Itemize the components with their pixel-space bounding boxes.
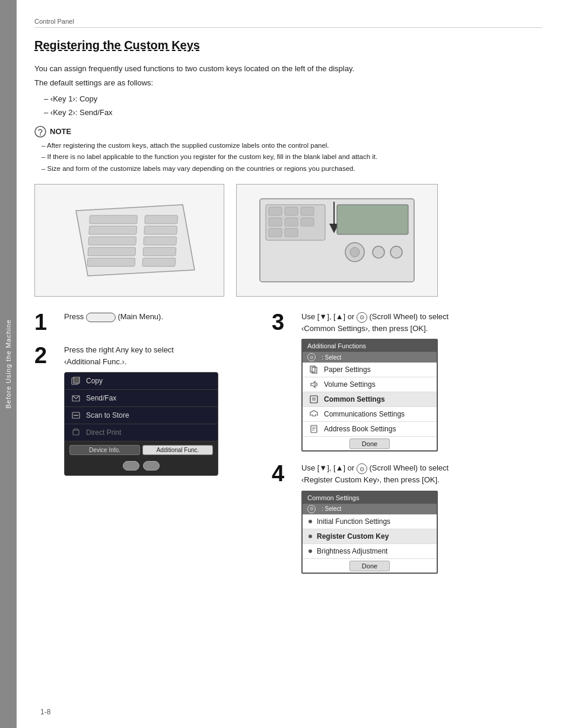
step-3: 3 Use [▼], [▲] or ⊙ (Scroll Wheel) to se… <box>272 311 509 452</box>
menu-item-brightness-label: Brightness Adjustment <box>317 547 387 555</box>
left-hw-btn <box>123 461 139 471</box>
bullet-register <box>309 535 312 538</box>
menu-item-volume: Volume Settings <box>303 377 437 392</box>
step-3-content: Use [▼], [▲] or ⊙ (Scroll Wheel) to sele… <box>301 311 509 452</box>
main-content: Control Panel Registering the Custom Key… <box>17 0 566 728</box>
label-sheet-svg <box>58 199 201 282</box>
intro-line1: You can assign frequently used functions… <box>34 63 542 75</box>
svg-rect-21 <box>269 228 282 237</box>
svg-rect-20 <box>301 218 314 226</box>
bullet-initial <box>309 520 312 523</box>
menu-item-register: Register Custom Key <box>303 529 437 544</box>
svg-rect-19 <box>285 218 298 226</box>
svg-rect-34 <box>73 430 79 435</box>
menu-item-initial-label: Initial Function Settings <box>317 517 390 526</box>
breadcrumb: Control Panel <box>34 18 542 28</box>
bullet-brightness <box>309 549 312 553</box>
step-3-menu-subheader: ⊙ : Select <box>303 352 437 363</box>
menu-item-common-label: Common Settings <box>324 395 385 403</box>
menu-item-address: Address Book Settings <box>303 422 437 437</box>
svg-rect-5 <box>88 237 136 245</box>
step-4-done-btn: Done <box>349 561 390 571</box>
select-icon-3: ⊙ <box>307 353 316 361</box>
step-1-content: Press (Main Menu). <box>64 311 254 328</box>
step-3-menu-header: Additional Functions <box>303 340 437 352</box>
menu-item-address-label: Address Book Settings <box>324 425 396 433</box>
svg-rect-11 <box>143 247 176 256</box>
intro-bullets: ‹Key 1›: Copy ‹Key 2›: Send/Fax <box>44 92 542 120</box>
svg-point-26 <box>350 247 360 257</box>
additional-func-btn: Additional Func. <box>142 445 213 455</box>
step-4: 4 Use [▼], [▲] or ⊙ (Scroll Wheel) to se… <box>272 462 509 573</box>
svg-point-1 <box>40 134 41 135</box>
comms-icon <box>309 410 319 418</box>
step-2-text: Press the right Any key to select‹Additi… <box>64 344 254 367</box>
address-icon <box>309 425 319 433</box>
step-4-number: 4 <box>272 462 293 485</box>
svg-rect-24 <box>337 205 408 234</box>
note-item-2: Size and form of the customize labels ma… <box>42 163 542 175</box>
directprint-icon <box>71 427 81 438</box>
step-3-select-label: : Select <box>322 354 341 361</box>
step-3-menu-done: Done <box>303 437 437 450</box>
svg-rect-37 <box>310 396 317 403</box>
svg-rect-15 <box>269 207 282 215</box>
svg-rect-8 <box>145 215 178 224</box>
paper-icon <box>309 365 319 374</box>
svg-rect-4 <box>89 226 137 234</box>
svg-rect-10 <box>144 237 177 245</box>
step-2-screen: Copy Send/Fax <box>64 372 218 476</box>
step-3-text: Use [▼], [▲] or ⊙ (Scroll Wheel) to sele… <box>301 311 509 334</box>
step-1: 1 Press (Main Menu). <box>34 311 254 333</box>
sendfax-label: Send/Fax <box>86 394 116 402</box>
steps-right-col: 3 Use [▼], [▲] or ⊙ (Scroll Wheel) to se… <box>272 311 509 584</box>
svg-rect-16 <box>285 207 298 215</box>
scroll-wheel-icon-4: ⊙ <box>357 463 367 474</box>
menu-item-volume-label: Volume Settings <box>324 380 376 389</box>
intro-line2: The default settings are as follows: <box>34 77 542 89</box>
svg-rect-30 <box>74 377 80 383</box>
menu-item-initial: Initial Function Settings <box>303 514 437 529</box>
control-panel-image <box>236 184 438 297</box>
svg-rect-18 <box>269 218 282 226</box>
step-4-menu-done: Done <box>303 559 437 573</box>
svg-rect-7 <box>87 258 135 266</box>
step-3-done-btn: Done <box>349 438 390 449</box>
copy-icon <box>71 376 81 386</box>
svg-rect-22 <box>285 228 298 237</box>
step-4-menu-header: Common Settings <box>303 492 437 504</box>
svg-point-28 <box>390 246 402 258</box>
note-items: After registering the custom keys, attac… <box>42 140 542 175</box>
step-2-number: 2 <box>34 344 56 367</box>
screen-row-copy: Copy <box>65 373 218 390</box>
menu-item-brightness: Brightness Adjustment <box>303 544 437 559</box>
screen-bottom-buttons: Device Info. Additional Func. <box>65 441 218 459</box>
menu-item-comms: Communications Settings <box>303 407 437 422</box>
menu-item-paper: Paper Settings <box>303 363 437 377</box>
menu-item-register-label: Register Custom Key <box>317 532 389 541</box>
sendfax-icon <box>71 393 81 403</box>
main-menu-button-icon <box>86 313 116 322</box>
menu-item-paper-label: Paper Settings <box>324 365 371 374</box>
svg-point-27 <box>373 246 384 258</box>
step-4-menu: Common Settings ⊙ : Select Initial Funct… <box>301 491 438 574</box>
menu-item-comms-label: Communications Settings <box>324 410 405 418</box>
bullet-key2: ‹Key 2›: Send/Fax <box>44 106 542 119</box>
steps-section: 1 Press (Main Menu). 2 Press the right A… <box>34 311 542 584</box>
label-sheet-image <box>34 184 224 297</box>
scan-label: Scan to Store <box>86 411 129 419</box>
step-3-number: 3 <box>272 311 293 333</box>
screen-row-directprint: Direct Print <box>65 424 218 441</box>
step-4-menu-subheader: ⊙ : Select <box>303 504 437 514</box>
note-icon <box>34 126 46 138</box>
side-tab-label: Before Using the Machine <box>5 319 12 409</box>
svg-rect-9 <box>144 226 177 234</box>
copy-label: Copy <box>86 377 103 385</box>
step-2-content: Press the right Any key to select‹Additi… <box>64 344 254 476</box>
scroll-wheel-icon-3: ⊙ <box>357 312 367 323</box>
common-icon <box>309 395 319 403</box>
note-block: NOTE After registering the custom keys, … <box>34 126 542 175</box>
svg-rect-3 <box>90 215 138 224</box>
directprint-label: Direct Print <box>86 428 121 437</box>
step-1-text: Press (Main Menu). <box>64 311 254 323</box>
